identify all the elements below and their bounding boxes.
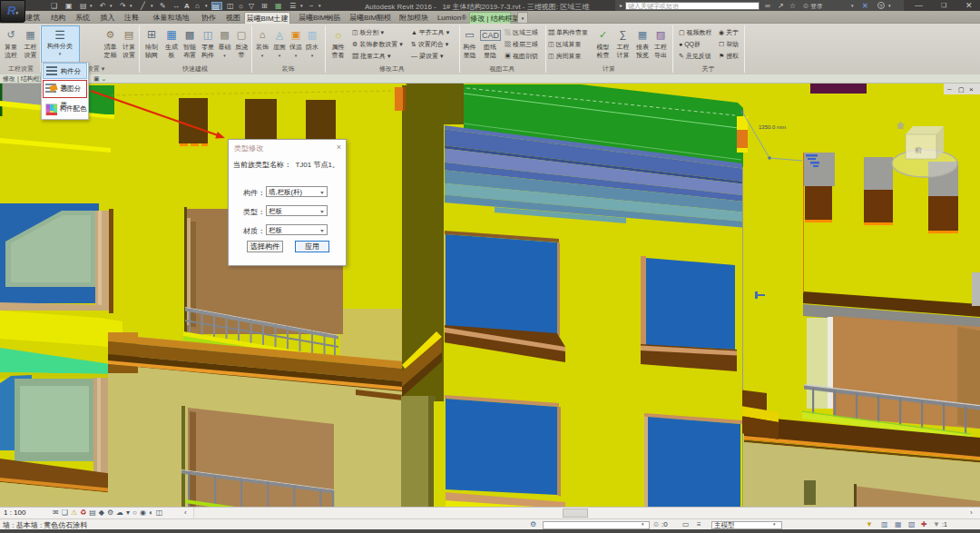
svg-text:前: 前 <box>915 146 922 154</box>
svg-text:–: – <box>947 84 952 93</box>
svg-text:1350.0 mm: 1350.0 mm <box>759 124 786 130</box>
svg-text:×: × <box>969 85 974 94</box>
svg-text:▢: ▢ <box>958 86 965 93</box>
